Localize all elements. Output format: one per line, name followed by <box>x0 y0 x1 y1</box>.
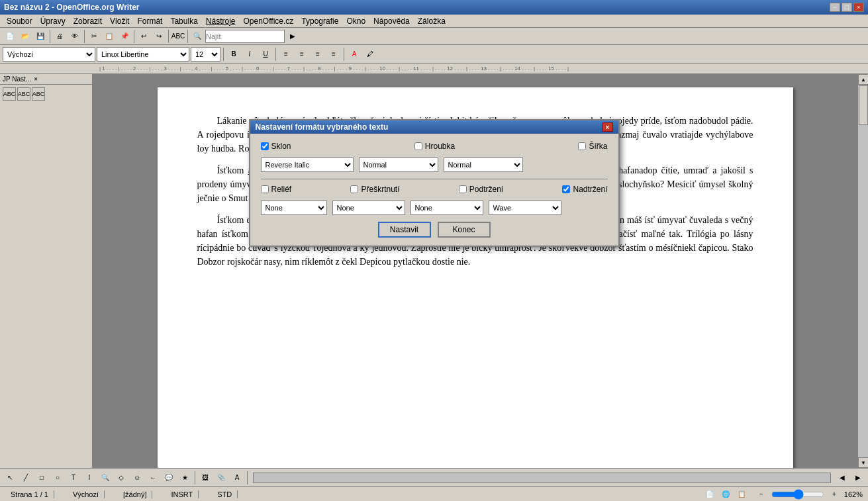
vertical-scrollbar[interactable]: ▲ ▼ <box>857 74 868 468</box>
abc-icon-1[interactable]: ABC <box>3 87 16 101</box>
hroubka-label[interactable]: Hroubka <box>414 142 455 151</box>
menu-soubor[interactable]: Soubor <box>3 15 36 27</box>
select-tool[interactable]: ↖ <box>3 471 17 485</box>
navigator-close[interactable]: × <box>34 75 38 83</box>
menu-typografie[interactable]: Typografie <box>297 15 342 27</box>
menu-nastroje[interactable]: Nástroje <box>202 15 240 27</box>
navigator-tab[interactable]: JP Nast... × <box>0 74 92 85</box>
new-button[interactable]: 📄 <box>3 29 17 44</box>
insert-mode[interactable]: INSRT <box>166 490 199 498</box>
menu-zalozka[interactable]: Záložka <box>414 15 450 27</box>
find-button[interactable]: 🔍 <box>190 29 205 44</box>
align-right-button[interactable]: ≡ <box>311 47 325 62</box>
line-tool[interactable]: ╱ <box>19 471 33 485</box>
menu-tabulka[interactable]: Tabulka <box>166 15 201 27</box>
insert-tool[interactable]: 📎 <box>214 471 228 485</box>
paste-button[interactable]: 📌 <box>117 29 132 44</box>
fontsize-select[interactable]: 12 <box>191 47 220 62</box>
sirka-label[interactable]: Šířka <box>578 142 607 151</box>
nadtrzeni-label[interactable]: Nadtržení <box>562 185 607 194</box>
rect-tool[interactable]: □ <box>34 471 49 485</box>
fontwork-tool[interactable]: A <box>230 471 244 485</box>
italic-button[interactable]: I <box>242 47 257 62</box>
podtrzeni-select[interactable]: None Single Double <box>410 201 483 215</box>
diamond-tool[interactable]: ◇ <box>114 471 128 485</box>
sklon-select[interactable]: Reverse Italic Italic Normal <box>261 158 354 172</box>
zoom-out-button[interactable]: − <box>754 487 769 502</box>
scroll-down-button[interactable]: ▼ <box>858 457 868 468</box>
font-select[interactable]: Linux Libertine <box>97 47 189 62</box>
cursor-tool[interactable]: I <box>82 471 97 485</box>
find-input[interactable] <box>205 30 285 43</box>
scroll-track[interactable] <box>858 85 868 457</box>
scroll-left-button[interactable]: ◀ <box>835 471 849 485</box>
sirka-checkbox[interactable] <box>578 142 586 150</box>
arrow-tool[interactable]: ← <box>146 471 160 485</box>
relief-select[interactable]: None Embossed Engraved <box>261 201 327 215</box>
magnify-tool[interactable]: 🔍 <box>98 471 113 485</box>
sklon-label[interactable]: Sklon <box>261 142 291 151</box>
save-button[interactable]: 💾 <box>33 29 48 44</box>
sirka-select[interactable]: Normal Condensed Expanded <box>444 158 523 172</box>
menu-format[interactable]: Formát <box>133 15 166 27</box>
preview-button[interactable]: 👁 <box>68 29 82 44</box>
web-view-button[interactable]: 🌐 <box>718 487 733 502</box>
print-button[interactable]: 🖨 <box>52 29 67 44</box>
scroll-up-button[interactable]: ▲ <box>858 74 868 85</box>
menu-okno[interactable]: Okno <box>342 15 369 27</box>
align-left-button[interactable]: ≡ <box>279 47 293 62</box>
star-tool[interactable]: ★ <box>177 471 192 485</box>
undo-button[interactable]: ↩ <box>136 29 151 44</box>
zoom-slider[interactable] <box>771 489 824 500</box>
callout-tool[interactable]: 💬 <box>162 471 176 485</box>
hroubka-checkbox[interactable] <box>414 142 422 150</box>
font-color-button[interactable]: A <box>347 47 362 62</box>
copy-button[interactable]: 📋 <box>102 29 117 44</box>
maximize-button[interactable]: □ <box>842 3 852 12</box>
bold-button[interactable]: B <box>226 47 241 62</box>
hroubka-select[interactable]: Normal Bold Light <box>359 158 438 172</box>
preskrtuti-label[interactable]: Přeškrtnutí <box>350 185 399 194</box>
smiley-tool[interactable]: ☺ <box>130 471 144 485</box>
view3-button[interactable]: 📋 <box>734 487 749 502</box>
menu-napoveda[interactable]: Nápověda <box>369 15 414 27</box>
scroll-right-button[interactable]: ▶ <box>851 471 865 485</box>
text-tool[interactable]: T <box>66 471 81 485</box>
abc-icon-3[interactable]: ABC <box>32 87 45 101</box>
horizontal-scrollbar[interactable] <box>253 473 831 483</box>
sklon-checkbox[interactable] <box>261 142 269 150</box>
preskrtuti-checkbox[interactable] <box>350 185 358 193</box>
cut-button[interactable]: ✂ <box>87 29 101 44</box>
podtrzeni-label[interactable]: Podtržení <box>459 185 503 194</box>
zoom-in-button[interactable]: + <box>827 487 842 502</box>
redo-button[interactable]: ↪ <box>152 29 166 44</box>
preskrtuti-select[interactable]: None Single Double <box>332 201 405 215</box>
nadtrzeni-select[interactable]: Wave None Single <box>489 201 561 215</box>
picture-tool[interactable]: 🖼 <box>198 471 213 485</box>
podtrzeni-checkbox[interactable] <box>459 185 467 193</box>
style-select[interactable]: Výchozí <box>3 47 95 62</box>
page-view-button[interactable]: 📄 <box>702 487 717 502</box>
menu-upravy[interactable]: Úpravy <box>36 15 70 27</box>
ellipse-tool[interactable]: ○ <box>50 471 65 485</box>
align-justify-button[interactable]: ≡ <box>326 47 341 62</box>
find-next-button[interactable]: ▶ <box>285 29 300 44</box>
menu-openoffice[interactable]: OpenOffice.cz <box>240 15 298 27</box>
open-button[interactable]: 📂 <box>18 29 32 44</box>
highlight-button[interactable]: 🖍 <box>363 47 377 62</box>
underline-button[interactable]: U <box>258 47 273 62</box>
dialog-close-button[interactable]: × <box>603 122 613 132</box>
nadtrzeni-checkbox[interactable] <box>562 185 570 193</box>
nastavit-button[interactable]: Nastavit <box>378 222 431 238</box>
close-button[interactable]: × <box>853 3 864 12</box>
scroll-thumb[interactable] <box>859 85 868 125</box>
menu-zobrazit[interactable]: Zobrazit <box>70 15 106 27</box>
relief-checkbox[interactable] <box>261 185 269 193</box>
menu-vlozit[interactable]: Vložit <box>106 15 133 27</box>
konec-button[interactable]: Konec <box>438 222 491 238</box>
minimize-button[interactable]: − <box>830 3 840 12</box>
relief-label[interactable]: Reliéf <box>261 185 292 194</box>
align-center-button[interactable]: ≡ <box>295 47 309 62</box>
std-mode[interactable]: STD <box>212 490 238 498</box>
spellcheck-button[interactable]: ABC <box>171 29 185 44</box>
